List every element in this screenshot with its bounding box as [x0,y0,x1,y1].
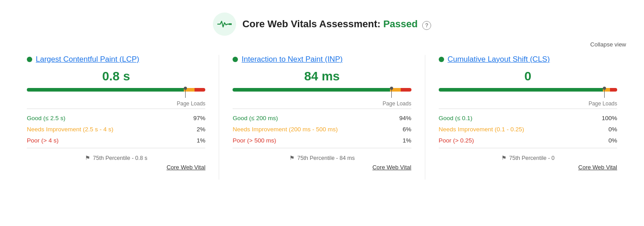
stat-value-inp-2: 1% [402,137,411,144]
metric-title-lcp[interactable]: Largest Contentful Paint (LCP) [36,55,140,64]
percentile-text-cls: 75th Percentile - 0 [509,155,555,161]
page-loads-label-cls: Page Loads [439,100,617,107]
stat-label-inp-1: Needs Improvement (200 ms - 500 ms) [233,126,338,133]
collapse-link[interactable]: Collapse view [590,41,626,48]
flag-icon-cls: ⚑ [501,155,507,161]
gauge-track-cls [439,88,617,92]
gauge-marker-lcp [184,88,187,98]
status-dot-lcp [27,57,32,62]
gauge-inp [233,88,411,97]
gauge-red-inp [401,88,411,92]
gauge-track-inp [233,88,411,92]
metric-title-row-lcp: Largest Contentful Paint (LCP) [27,55,205,64]
vitals-icon-circle [213,13,236,36]
stat-label-lcp-2: Poor (> 4 s) [27,137,59,144]
metrics-row: Largest Contentful Paint (LCP) 0.8 s Pag… [0,55,644,180]
stat-value-inp-1: 6% [402,126,411,133]
gauge-green-inp [233,88,390,92]
marker-line-cls [604,90,605,98]
stat-label-cls-2: Poor (> 0.25) [439,137,474,144]
gauge-marker-inp [390,88,393,98]
stat-value-inp-0: 94% [399,115,411,121]
divider-lcp [27,109,205,109]
percentile-row-cls: ⚑ 75th Percentile - 0 [439,152,617,161]
page-loads-label-inp: Page Loads [233,100,411,107]
percentile-text-lcp: 75th Percentile - 0.8 s [93,155,148,161]
stat-value-cls-0: 100% [602,115,617,121]
gauge-lcp [27,88,205,97]
gauge-green-lcp [27,88,184,92]
metric-value-lcp: 0.8 s [27,69,205,84]
stat-value-cls-1: 0% [608,126,617,133]
stat-row-inp-1: Needs Improvement (200 ms - 500 ms) 6% [233,124,411,135]
stat-value-lcp-1: 2% [197,126,206,133]
metric-title-cls[interactable]: Cumulative Layout Shift (CLS) [448,55,550,64]
core-web-vital-link-lcp[interactable]: Core Web Vital [27,164,205,171]
metric-card-lcp: Largest Contentful Paint (LCP) 0.8 s Pag… [13,55,219,180]
svg-point-1 [230,23,232,25]
metric-card-inp: Interaction to Next Paint (INP) 84 ms Pa… [219,55,425,180]
page-title: Core Web Vitals Assessment: Passed ? [242,18,431,30]
metric-title-inp[interactable]: Interaction to Next Paint (INP) [242,55,343,64]
stat-row-inp-0: Good (≤ 200 ms) 94% [233,113,411,124]
marker-line-lcp [185,90,186,98]
divider-cls [439,109,617,109]
marker-dot-lcp [184,87,187,90]
marker-dot-inp [390,87,393,90]
stat-label-lcp-1: Needs Improvement (2.5 s - 4 s) [27,126,114,133]
vitals-icon [217,20,232,29]
stat-value-lcp-2: 1% [197,137,206,144]
stat-row-cls-0: Good (≤ 0.1) 100% [439,113,617,124]
gauge-marker-cls [603,88,606,98]
gauge-track-lcp [27,88,205,92]
stat-row-lcp-1: Needs Improvement (2.5 s - 4 s) 2% [27,124,205,135]
metric-card-cls: Cumulative Layout Shift (CLS) 0 Page Loa… [425,55,631,180]
page-loads-label-lcp: Page Loads [27,100,205,107]
gauge-cls [439,88,617,97]
page-header: Core Web Vitals Assessment: Passed ? [0,0,644,39]
core-web-vital-link-cls[interactable]: Core Web Vital [439,164,617,171]
stat-row-inp-2: Poor (> 500 ms) 1% [233,135,411,146]
stat-label-inp-2: Poor (> 500 ms) [233,137,276,144]
stat-row-cls-2: Poor (> 0.25) 0% [439,135,617,146]
divider2-cls [439,148,617,148]
status-dot-cls [439,57,444,62]
gauge-red-lcp [195,88,205,92]
percentile-text-inp: 75th Percentile - 84 ms [297,155,355,161]
stat-row-cls-1: Needs Improvement (0.1 - 0.25) 0% [439,124,617,135]
stat-label-lcp-0: Good (≤ 2.5 s) [27,115,65,121]
stat-label-inp-0: Good (≤ 200 ms) [233,115,278,121]
help-icon[interactable]: ? [422,21,431,30]
status-dot-inp [233,57,238,62]
collapse-row: Collapse view [0,39,644,55]
metric-value-inp: 84 ms [233,69,411,84]
metric-value-cls: 0 [439,69,617,84]
metric-title-row-cls: Cumulative Layout Shift (CLS) [439,55,617,64]
divider2-inp [233,148,411,148]
stat-value-lcp-0: 97% [193,115,205,121]
marker-dot-cls [603,87,606,90]
stat-label-cls-0: Good (≤ 0.1) [439,115,473,121]
gauge-red-cls [610,88,617,92]
stat-row-lcp-2: Poor (> 4 s) 1% [27,135,205,146]
stat-value-cls-2: 0% [608,137,617,144]
percentile-row-lcp: ⚑ 75th Percentile - 0.8 s [27,152,205,161]
divider2-lcp [27,148,205,148]
stat-row-lcp-0: Good (≤ 2.5 s) 97% [27,113,205,124]
divider-inp [233,109,411,109]
gauge-green-cls [439,88,603,92]
stat-label-cls-1: Needs Improvement (0.1 - 0.25) [439,126,524,133]
percentile-row-inp: ⚑ 75th Percentile - 84 ms [233,152,411,161]
metric-title-row-inp: Interaction to Next Paint (INP) [233,55,411,64]
marker-line-inp [391,90,392,98]
core-web-vital-link-inp[interactable]: Core Web Vital [233,164,411,171]
flag-icon-inp: ⚑ [289,155,295,161]
flag-icon-lcp: ⚑ [85,155,90,161]
